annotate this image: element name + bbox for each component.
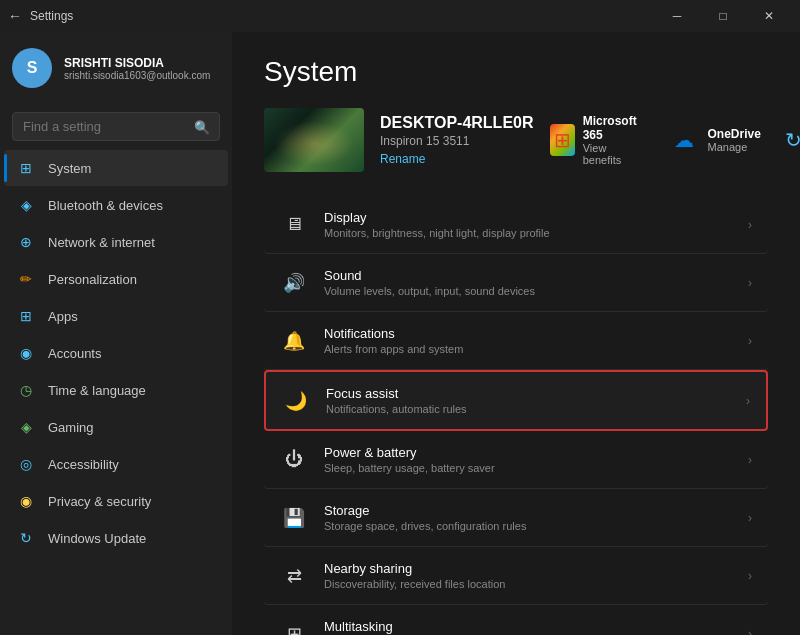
time-nav-label: Time & language — [48, 383, 146, 398]
quick-link-winupdate[interactable]: ↻Windows UpdateLast checked: 1 hour ago — [785, 108, 800, 172]
notifications-icon: 🔔 — [280, 327, 308, 355]
sound-icon: 🔊 — [280, 269, 308, 297]
avatar: S — [12, 48, 52, 88]
device-model: Inspiron 15 3511 — [380, 134, 534, 148]
minimize-button[interactable]: ─ — [654, 0, 700, 32]
display-desc: Monitors, brightness, night light, displ… — [324, 227, 732, 239]
focus-assist-title: Focus assist — [326, 386, 730, 401]
accessibility-nav-label: Accessibility — [48, 457, 119, 472]
notifications-title: Notifications — [324, 326, 732, 341]
nearby-sharing-icon: ⇄ — [280, 562, 308, 590]
bluetooth-nav-label: Bluetooth & devices — [48, 198, 163, 213]
settings-item-focus-assist[interactable]: 🌙Focus assistNotifications, automatic ru… — [264, 370, 768, 431]
sidebar-item-accessibility[interactable]: ◎Accessibility — [4, 446, 228, 482]
sidebar-item-network[interactable]: ⊕Network & internet — [4, 224, 228, 260]
apps-nav-label: Apps — [48, 309, 78, 324]
display-chevron-icon: › — [748, 218, 752, 232]
device-and-links: DESKTOP-4RLLE0R Inspiron 15 3511 Rename … — [264, 108, 768, 172]
settings-item-notifications[interactable]: 🔔NotificationsAlerts from apps and syste… — [264, 312, 768, 370]
multitasking-title: Multitasking — [324, 619, 732, 634]
user-profile[interactable]: S SRISHTI SISODIA srishti.sisodia1603@ou… — [0, 32, 232, 104]
power-desc: Sleep, battery usage, battery saver — [324, 462, 732, 474]
sidebar-item-windows-update[interactable]: ↻Windows Update — [4, 520, 228, 556]
power-chevron-icon: › — [748, 453, 752, 467]
titlebar: ← Settings ─ □ ✕ — [0, 0, 800, 32]
network-nav-label: Network & internet — [48, 235, 155, 250]
close-button[interactable]: ✕ — [746, 0, 792, 32]
personalization-nav-label: Personalization — [48, 272, 137, 287]
device-name: DESKTOP-4RLLE0R — [380, 114, 534, 132]
winupdate-icon: ↻ — [785, 124, 800, 156]
focus-assist-icon: 🌙 — [282, 387, 310, 415]
display-text: DisplayMonitors, brightness, night light… — [324, 210, 732, 239]
sound-chevron-icon: › — [748, 276, 752, 290]
focus-assist-text: Focus assistNotifications, automatic rul… — [326, 386, 730, 415]
quick-link-ms365[interactable]: ⊞Microsoft 365View benefits — [550, 108, 644, 172]
display-title: Display — [324, 210, 732, 225]
search-icon: 🔍 — [194, 119, 210, 134]
maximize-button[interactable]: □ — [700, 0, 746, 32]
windows-update-nav-label: Windows Update — [48, 531, 146, 546]
sound-title: Sound — [324, 268, 732, 283]
multitasking-icon: ⊞ — [280, 620, 308, 636]
settings-item-power[interactable]: ⏻Power & batterySleep, battery usage, ba… — [264, 431, 768, 489]
settings-item-sound[interactable]: 🔊SoundVolume levels, output, input, soun… — [264, 254, 768, 312]
power-icon: ⏻ — [280, 446, 308, 474]
sidebar-item-accounts[interactable]: ◉Accounts — [4, 335, 228, 371]
focus-assist-desc: Notifications, automatic rules — [326, 403, 730, 415]
windows-update-nav-icon: ↻ — [16, 528, 36, 548]
sidebar-item-time[interactable]: ◷Time & language — [4, 372, 228, 408]
display-icon: 🖥 — [280, 211, 308, 239]
rename-link[interactable]: Rename — [380, 152, 534, 166]
gaming-nav-label: Gaming — [48, 420, 94, 435]
settings-item-nearby-sharing[interactable]: ⇄Nearby sharingDiscoverability, received… — [264, 547, 768, 605]
nearby-sharing-text: Nearby sharingDiscoverability, received … — [324, 561, 732, 590]
accounts-nav-label: Accounts — [48, 346, 101, 361]
personalization-nav-icon: ✏ — [16, 269, 36, 289]
sidebar-item-apps[interactable]: ⊞Apps — [4, 298, 228, 334]
onedrive-icon: ☁ — [668, 124, 700, 156]
nearby-sharing-chevron-icon: › — [748, 569, 752, 583]
ms365-subtitle: View benefits — [583, 142, 644, 166]
ms365-text: Microsoft 365View benefits — [583, 114, 644, 166]
sidebar-item-gaming[interactable]: ◈Gaming — [4, 409, 228, 445]
settings-item-multitasking[interactable]: ⊞MultitaskingSnap windows, desktops, tas… — [264, 605, 768, 635]
ms365-icon: ⊞ — [550, 124, 575, 156]
page-title: System — [264, 56, 768, 88]
sidebar-item-bluetooth[interactable]: ◈Bluetooth & devices — [4, 187, 228, 223]
apps-nav-icon: ⊞ — [16, 306, 36, 326]
sidebar-item-system[interactable]: ⊞System — [4, 150, 228, 186]
sidebar: S SRISHTI SISODIA srishti.sisodia1603@ou… — [0, 32, 232, 635]
notifications-chevron-icon: › — [748, 334, 752, 348]
bluetooth-nav-icon: ◈ — [16, 195, 36, 215]
time-nav-icon: ◷ — [16, 380, 36, 400]
titlebar-title: Settings — [30, 9, 73, 23]
settings-item-display[interactable]: 🖥DisplayMonitors, brightness, night ligh… — [264, 196, 768, 254]
multitasking-text: MultitaskingSnap windows, desktops, task… — [324, 619, 732, 635]
focus-assist-chevron-icon: › — [746, 394, 750, 408]
titlebar-controls: ─ □ ✕ — [654, 0, 792, 32]
user-name: SRISHTI SISODIA — [64, 56, 210, 70]
settings-item-storage[interactable]: 💾StorageStorage space, drives, configura… — [264, 489, 768, 547]
sound-text: SoundVolume levels, output, input, sound… — [324, 268, 732, 297]
titlebar-left: ← Settings — [8, 8, 73, 24]
quick-link-onedrive[interactable]: ☁OneDriveManage — [668, 108, 761, 172]
storage-text: StorageStorage space, drives, configurat… — [324, 503, 732, 532]
sidebar-item-privacy[interactable]: ◉Privacy & security — [4, 483, 228, 519]
onedrive-title: OneDrive — [708, 127, 761, 141]
power-text: Power & batterySleep, battery usage, bat… — [324, 445, 732, 474]
accounts-nav-icon: ◉ — [16, 343, 36, 363]
privacy-nav-label: Privacy & security — [48, 494, 151, 509]
sidebar-item-personalization[interactable]: ✏Personalization — [4, 261, 228, 297]
nearby-sharing-desc: Discoverability, received files location — [324, 578, 732, 590]
main-content: System DESKTOP-4RLLE0R Inspiron 15 3511 … — [232, 32, 800, 635]
user-email: srishti.sisodia1603@outlook.com — [64, 70, 210, 81]
storage-desc: Storage space, drives, configuration rul… — [324, 520, 732, 532]
back-icon[interactable]: ← — [8, 8, 22, 24]
privacy-nav-icon: ◉ — [16, 491, 36, 511]
system-nav-icon: ⊞ — [16, 158, 36, 178]
notifications-desc: Alerts from apps and system — [324, 343, 732, 355]
notifications-text: NotificationsAlerts from apps and system — [324, 326, 732, 355]
search-input[interactable] — [12, 112, 220, 141]
gaming-nav-icon: ◈ — [16, 417, 36, 437]
